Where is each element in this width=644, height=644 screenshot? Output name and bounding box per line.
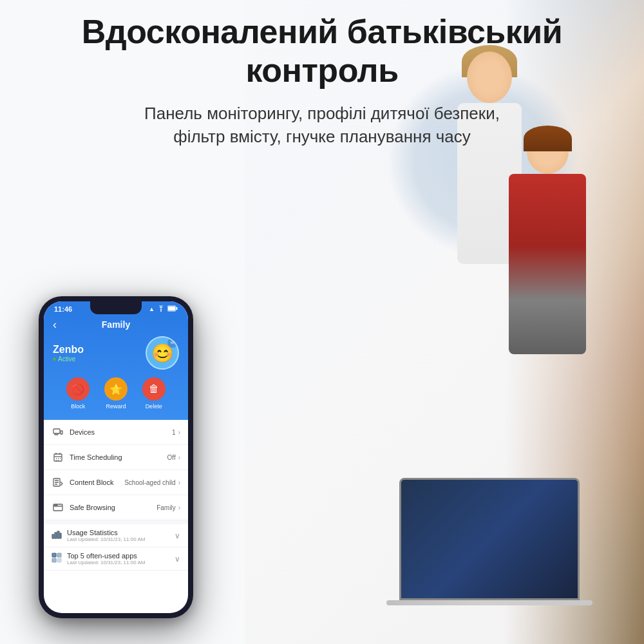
browsing-value: Family › [156, 504, 180, 511]
signal-icon: ▲ [149, 306, 155, 312]
time-chevron: › [178, 454, 180, 461]
phone-outer-shell: 11:46 ▲ [39, 296, 193, 618]
delete-icon: 🗑 [142, 377, 166, 401]
svg-rect-16 [57, 553, 61, 557]
stats-apps-header: Top 5 often-used apps Last Updated: 10/3… [52, 552, 180, 565]
svg-rect-11 [52, 535, 54, 538]
time-status: Off [167, 454, 176, 461]
devices-value: 1 › [172, 429, 180, 436]
avatar-edit-button[interactable]: ✏ [167, 337, 178, 348]
content-status: School-aged child [124, 479, 176, 486]
devices-count: 1 [172, 429, 176, 436]
delete-label: Delete [146, 403, 162, 410]
svg-rect-15 [52, 553, 56, 557]
page-wrapper: Вдосконалений батьківський контроль Пане… [0, 0, 644, 644]
time-label: Time Scheduling [70, 453, 122, 461]
action-buttons: 🚫 Block ⭐ Reward 🗑 Delete [53, 377, 179, 410]
stats-apps-text: Top 5 often-used apps Last Updated: 10/3… [67, 552, 145, 565]
status-icons: ▲ [149, 305, 178, 313]
wifi-icon [157, 305, 165, 313]
svg-point-10 [56, 505, 57, 506]
delete-action[interactable]: 🗑 Delete [142, 377, 166, 410]
content-label: Content Block [70, 478, 113, 486]
laptop-base [386, 600, 592, 605]
content-value: School-aged child › [124, 479, 180, 486]
devices-icon [52, 426, 64, 439]
menu-item-content-left: Content Block [52, 476, 113, 489]
svg-rect-13 [57, 531, 59, 538]
reward-label: Reward [106, 403, 126, 410]
stats-apps-icon [52, 553, 62, 565]
content-icon [52, 476, 64, 489]
browsing-status: Family [156, 504, 175, 511]
stats-apps-subtitle: Last Updated: 10/31/23, 11:00 AM [67, 560, 145, 565]
svg-point-0 [160, 310, 162, 312]
status-time: 11:46 [54, 305, 72, 313]
devices-label: Devices [70, 428, 95, 436]
menu-item-time[interactable]: Time Scheduling Off › [44, 445, 188, 470]
svg-rect-2 [176, 307, 178, 310]
block-icon: 🚫 [66, 377, 90, 401]
subtitle-line1: Панель моніторингу, профілі дитячої безп… [144, 104, 500, 123]
child-body [509, 174, 586, 354]
stats-item-apps[interactable]: Top 5 often-used apps Last Updated: 10/3… [44, 547, 188, 571]
battery-icon [167, 305, 178, 313]
phone-notch [90, 301, 142, 314]
block-action[interactable]: 🚫 Block [66, 377, 90, 410]
laptop-screen [399, 478, 580, 600]
subtitle-line2: фільтр вмісту, гнучке планування часу [173, 127, 470, 146]
svg-rect-4 [53, 429, 60, 433]
menu-item-devices[interactable]: Devices 1 › [44, 420, 188, 445]
svg-rect-3 [168, 307, 175, 310]
app-header-nav: ‹ Family [53, 319, 179, 330]
content-chevron: › [178, 479, 180, 486]
stats-apps-chevron: ∨ [175, 554, 180, 564]
stats-usage-subtitle: Last Updated: 10/31/23, 11:00 AM [67, 536, 145, 542]
time-icon [52, 451, 64, 464]
profile-name: Zenbo [53, 344, 84, 355]
stats-usage-title: Usage Statistics [67, 529, 145, 536]
menu-item-safe-browsing[interactable]: Safe Browsing Family › [44, 495, 188, 520]
status-dot [53, 357, 56, 361]
stats-apps-title: Top 5 often-used apps [67, 552, 145, 560]
reward-icon: ⭐ [104, 377, 128, 401]
profile-avatar[interactable]: 😊 ✏ [146, 336, 179, 370]
status-text: Active [58, 355, 75, 363]
browsing-icon [52, 501, 64, 514]
profile-section: Zenbo Active 😊 ✏ [53, 336, 179, 370]
svg-rect-5 [61, 431, 62, 434]
svg-rect-14 [60, 533, 61, 538]
child-figure [483, 129, 612, 483]
stats-usage-header: Usage Statistics Last Updated: 10/31/23,… [52, 529, 180, 542]
stats-usage-chevron: ∨ [175, 531, 180, 540]
main-title: Вдосконалений батьківський контроль [19, 13, 625, 90]
text-section: Вдосконалений батьківський контроль Пане… [0, 13, 644, 148]
back-button[interactable]: ‹ [53, 318, 57, 332]
stats-usage-left: Usage Statistics Last Updated: 10/31/23,… [52, 529, 145, 542]
time-value: Off › [167, 454, 181, 461]
svg-point-9 [55, 505, 56, 506]
app-header-title: Family [102, 319, 130, 330]
stats-usage-text: Usage Statistics Last Updated: 10/31/23,… [67, 529, 145, 542]
menu-item-browsing-left: Safe Browsing [52, 501, 115, 514]
svg-rect-6 [54, 454, 62, 461]
laptop-screen-display [401, 480, 578, 598]
svg-rect-18 [57, 558, 61, 562]
app-header: ‹ Family Zenbo Active 😊 [44, 316, 188, 420]
phone-mockup: 11:46 ▲ [39, 296, 193, 618]
reward-action[interactable]: ⭐ Reward [104, 377, 128, 410]
profile-info: Zenbo Active [53, 344, 84, 363]
menu-item-time-left: Time Scheduling [52, 451, 122, 464]
menu-section: Devices 1 › [44, 420, 188, 613]
browsing-label: Safe Browsing [70, 504, 115, 511]
browsing-chevron: › [178, 504, 180, 511]
phone-screen: 11:46 ▲ [44, 301, 188, 613]
menu-item-devices-left: Devices [52, 426, 95, 439]
block-label: Block [71, 403, 85, 410]
svg-rect-12 [55, 533, 57, 538]
stats-item-usage[interactable]: Usage Statistics Last Updated: 10/31/23,… [44, 524, 188, 547]
profile-status: Active [53, 355, 84, 363]
menu-item-content[interactable]: Content Block School-aged child › [44, 470, 188, 495]
stats-usage-icon [52, 529, 62, 542]
devices-chevron: › [178, 429, 180, 436]
